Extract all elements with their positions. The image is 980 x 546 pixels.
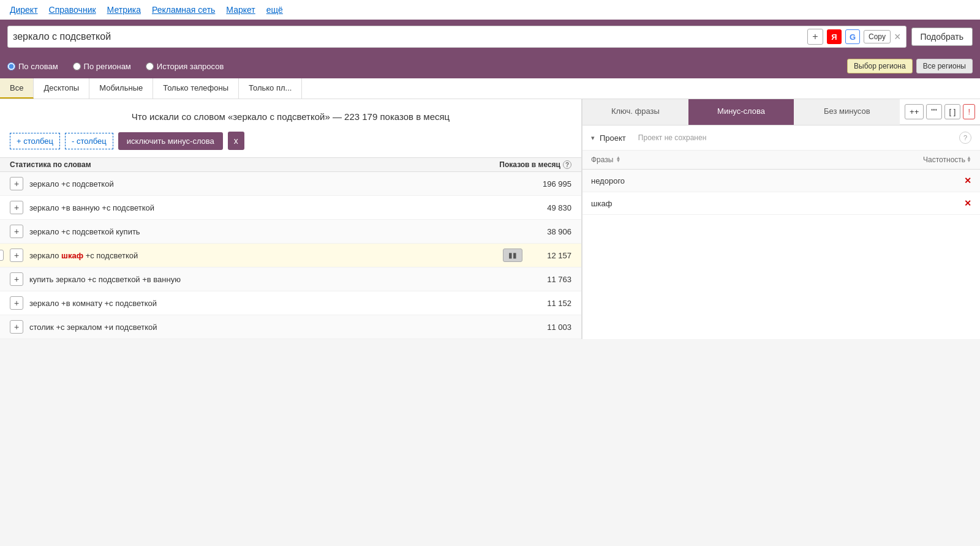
radio-by-regions-label: По регионам [84, 62, 131, 71]
keyword-text: зеркало +в ванную +с подсветкой [29, 203, 522, 212]
tab-no-minus[interactable]: Без минусов [794, 99, 900, 125]
copy-button[interactable]: Copy [864, 30, 891, 43]
extra-button-quotes[interactable]: "" [926, 104, 941, 119]
project-label[interactable]: Проект [600, 133, 626, 143]
nav-reklamnaya-set[interactable]: Рекламная сеть [152, 5, 215, 15]
pause-button[interactable]: ▮▮ [503, 249, 522, 262]
tab-desktop[interactable]: Десктопы [34, 78, 89, 99]
col-freq-header: Частотность ▲▼ [923, 155, 971, 164]
yandex-icon[interactable]: Я [827, 29, 842, 44]
add-keyword-button[interactable]: + [10, 201, 23, 214]
nav-direct[interactable]: Директ [10, 5, 38, 15]
extra-button-brackets[interactable]: [ ] [944, 104, 961, 119]
tab-all[interactable]: Все [0, 78, 34, 99]
freq-sort-arrows[interactable]: ▲▼ [967, 157, 971, 163]
add-keyword-button[interactable]: + [10, 225, 23, 238]
radio-by-regions[interactable]: По регионам [73, 62, 131, 71]
clear-button[interactable]: × [894, 31, 901, 42]
radio-history[interactable]: История запросов [146, 62, 224, 71]
search-bar: + Я G Copy × Подобрать [0, 20, 980, 54]
count-value: 11 763 [529, 275, 571, 284]
google-icon[interactable]: G [845, 29, 860, 44]
project-arrow-icon[interactable]: ▾ [591, 134, 595, 142]
count-value: 12 157 [529, 251, 571, 260]
table-row: + зеркало +с подсветкой 196 995 [0, 172, 581, 196]
all-regions-button[interactable]: Все регионы [916, 59, 973, 73]
top-navigation: Директ Справочник Метрика Рекламная сеть… [0, 0, 980, 20]
results-header-text: Что искали со словом «зеркало с подсветк… [132, 111, 450, 122]
add-search-button[interactable]: + [807, 29, 823, 45]
tab-phones[interactable]: Только телефоны [153, 78, 239, 99]
tab-minus-words[interactable]: Минус-слова [688, 99, 794, 125]
add-column-button[interactable]: + столбец [10, 133, 60, 149]
table-row-highlighted: G Copy + зеркало шкаф +с подсветкой ▮▮ 1… [0, 244, 581, 267]
table-row: + зеркало +в ванную +с подсветкой 49 830 [0, 196, 581, 220]
phrase-row: шкаф ✕ [582, 192, 980, 215]
col-count-header: Показов в месяц ? [499, 160, 571, 169]
region-buttons: Выбор региона Все регионы [847, 59, 973, 73]
col-word-header: Статистика по словам [10, 160, 499, 169]
count-value: 196 995 [529, 179, 571, 189]
count-help-icon[interactable]: ? [563, 160, 571, 169]
panel-tabs: Ключ. фразы Минус-слова Без минусов ++ "… [582, 99, 980, 125]
tab-mobile[interactable]: Мобильные [89, 78, 153, 99]
add-keyword-button[interactable]: + [10, 296, 23, 310]
keyword-text: зеркало +в комнату +с подсветкой [29, 299, 522, 308]
stats-table-header: Статистика по словам Показов в месяц ? [0, 157, 581, 172]
search-input-wrap: + Я G Copy × [7, 26, 907, 48]
radio-row: По словам По регионам История запросов В… [0, 54, 980, 78]
search-input[interactable] [13, 31, 804, 42]
delete-phrase-button[interactable]: ✕ [964, 176, 971, 185]
keyword-text: зеркало шкаф +с подсветкой [29, 251, 497, 260]
count-value: 11 003 [529, 323, 571, 332]
podobrat-button[interactable]: Подобрать [911, 28, 973, 46]
keyword-text: столик +с зеркалом +и подсветкой [29, 323, 522, 332]
phrases-header: Фразы ▲▼ Частотность ▲▼ [582, 151, 980, 170]
row-copy-button[interactable]: Copy [0, 250, 4, 261]
device-tabs: Все Десктопы Мобильные Только телефоны Т… [0, 78, 980, 99]
remove-column-button[interactable]: - столбец [65, 133, 113, 149]
delete-phrase-button[interactable]: ✕ [964, 198, 971, 208]
nav-eshe[interactable]: ещё [266, 5, 283, 15]
tab-other[interactable]: Только пл... [239, 78, 302, 99]
add-keyword-button[interactable]: + [10, 177, 23, 190]
count-value: 11 152 [529, 299, 571, 308]
add-keyword-button[interactable]: + [10, 320, 23, 334]
content-area: Что искали со словом «зеркало с подсветк… [0, 99, 980, 339]
project-row: ▾ Проект Проект не сохранен ? [582, 125, 980, 151]
radio-by-words[interactable]: По словам [7, 62, 58, 71]
exclude-minus-button[interactable]: исключить минус-слова [118, 132, 223, 150]
table-row: + купить зеркало +с подсветкой +в ванную… [0, 267, 581, 291]
results-panel: Что искали со словом «зеркало с подсветк… [0, 99, 582, 339]
radio-by-words-label: По словам [18, 62, 58, 71]
keyword-text: зеркало +с подсветкой купить [29, 227, 522, 236]
count-value: 38 906 [529, 227, 571, 236]
nav-market[interactable]: Маркет [226, 5, 255, 15]
nav-spravochnik[interactable]: Справочник [49, 5, 96, 15]
table-row: + столик +с зеркалом +и подсветкой 11 00… [0, 315, 581, 339]
choose-region-button[interactable]: Выбор региона [847, 59, 913, 73]
radio-history-label: История запросов [157, 62, 224, 71]
add-keyword-button[interactable]: + [10, 249, 23, 262]
table-row: + зеркало +с подсветкой купить 38 906 [0, 220, 581, 244]
extra-button-plusplus[interactable]: ++ [905, 104, 924, 119]
project-help-icon[interactable]: ? [959, 132, 971, 144]
action-buttons: + столбец - столбец исключить минус-слов… [0, 129, 581, 157]
phrase-sort-arrows[interactable]: ▲▼ [616, 157, 620, 163]
right-panel: Ключ. фразы Минус-слова Без минусов ++ "… [582, 99, 980, 339]
extra-button-exclaim[interactable]: ! [963, 104, 975, 119]
minus-word: шкаф [61, 251, 83, 260]
tab-key-phrases[interactable]: Ключ. фразы [582, 99, 688, 125]
count-value: 49 830 [529, 203, 571, 212]
phrase-text: недорого [591, 176, 964, 185]
nav-metrika[interactable]: Метрика [107, 5, 141, 15]
phrase-text: шкаф [591, 199, 964, 208]
left-panel: + Я G Copy × Подобрать По словам По реги… [0, 20, 980, 339]
google-g-letter: G [850, 32, 856, 42]
close-exclude-button[interactable]: x [228, 132, 244, 150]
main-container: + Я G Copy × Подобрать По словам По реги… [0, 20, 980, 339]
col-phrase-header: Фразы ▲▼ [591, 155, 923, 164]
keyword-text: зеркало +с подсветкой [29, 179, 522, 189]
add-keyword-button[interactable]: + [10, 272, 23, 286]
project-status: Проект не сохранен [631, 133, 954, 142]
